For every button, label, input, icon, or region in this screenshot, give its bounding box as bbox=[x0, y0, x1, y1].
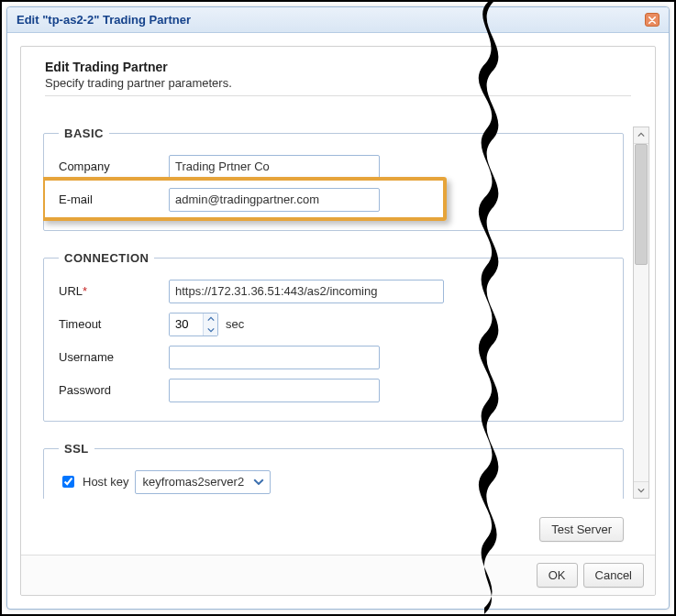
url-input[interactable] bbox=[169, 280, 444, 303]
scrollbar[interactable] bbox=[633, 126, 649, 500]
titlebar: Edit "tp-as2-2" Trading Partner bbox=[7, 7, 669, 33]
required-mark: * bbox=[83, 284, 87, 298]
chevron-up-icon bbox=[637, 131, 645, 138]
dialog-window: Edit "tp-as2-2" Trading Partner Edit Tra… bbox=[6, 6, 670, 610]
timeout-row: Timeout bbox=[59, 313, 608, 336]
dialog-footer: OK Cancel bbox=[21, 555, 655, 595]
ssl-fieldset: SSL Host key keyfromas2server2 bbox=[43, 442, 624, 500]
timeout-label: Timeout bbox=[59, 317, 169, 331]
username-label: Username bbox=[59, 350, 169, 364]
company-input[interactable] bbox=[169, 155, 380, 179]
scrollbar-track[interactable] bbox=[634, 144, 648, 482]
close-icon bbox=[648, 16, 656, 24]
test-server-button[interactable]: Test Server bbox=[539, 517, 624, 542]
form-content: BASIC Company E-mail CONNECTION bbox=[43, 126, 624, 500]
chevron-down-icon bbox=[637, 487, 645, 494]
hostkey-select[interactable]: keyfromas2server2 bbox=[135, 470, 272, 494]
close-button[interactable] bbox=[645, 13, 659, 27]
connection-legend: CONNECTION bbox=[59, 251, 154, 265]
hostkey-label: Host key bbox=[83, 475, 129, 489]
company-label: Company bbox=[59, 160, 169, 173]
page-subtitle: Specify trading partner parameters. bbox=[45, 76, 631, 90]
hostkey-checkbox[interactable] bbox=[62, 476, 74, 488]
hostkey-row: Host key keyfromas2server2 bbox=[59, 470, 608, 494]
email-row: E-mail bbox=[59, 188, 608, 212]
form-header: Edit Trading Partner Specify trading par… bbox=[21, 47, 655, 110]
url-row: URL* bbox=[59, 280, 608, 303]
password-label: Password bbox=[59, 383, 169, 397]
password-input[interactable] bbox=[169, 379, 380, 402]
hostkey-value: keyfromas2server2 bbox=[143, 475, 245, 489]
scrollbar-thumb[interactable] bbox=[635, 144, 648, 266]
username-input[interactable] bbox=[169, 346, 380, 369]
scrollbar-down-button[interactable] bbox=[634, 481, 648, 498]
scroll-region: BASIC Company E-mail CONNECTION bbox=[21, 110, 655, 509]
chevron-down-icon bbox=[207, 327, 215, 333]
test-server-area: Test Server bbox=[21, 508, 655, 555]
connection-fieldset: CONNECTION URL* Timeout bbox=[43, 251, 624, 422]
scrollbar-up-button[interactable] bbox=[634, 127, 648, 144]
email-input[interactable] bbox=[169, 188, 380, 212]
chevron-down-icon bbox=[253, 478, 264, 485]
timeout-unit: sec bbox=[226, 317, 244, 331]
window-title: Edit "tp-as2-2" Trading Partner bbox=[17, 13, 191, 27]
url-label: URL* bbox=[59, 284, 169, 298]
spinner-buttons bbox=[203, 314, 217, 336]
company-row: Company bbox=[59, 155, 608, 179]
page-title: Edit Trading Partner bbox=[45, 60, 631, 74]
cancel-button[interactable]: Cancel bbox=[583, 563, 644, 588]
spinner-down-button[interactable] bbox=[204, 324, 217, 336]
divider bbox=[45, 95, 631, 96]
username-row: Username bbox=[59, 346, 608, 369]
timeout-spinner bbox=[169, 313, 218, 336]
ok-button[interactable]: OK bbox=[537, 563, 578, 588]
timeout-input[interactable] bbox=[170, 314, 203, 336]
dialog-wrapper: Edit "tp-as2-2" Trading Partner Edit Tra… bbox=[0, 0, 676, 616]
inner-panel: Edit Trading Partner Specify trading par… bbox=[20, 46, 656, 596]
basic-fieldset: BASIC Company E-mail bbox=[43, 126, 624, 231]
ssl-legend: SSL bbox=[59, 442, 94, 456]
dropdown-caret bbox=[253, 477, 264, 488]
email-label: E-mail bbox=[59, 192, 169, 206]
basic-legend: BASIC bbox=[59, 126, 109, 140]
spinner-up-button[interactable] bbox=[204, 314, 217, 324]
password-row: Password bbox=[59, 379, 608, 402]
dialog-body: Edit Trading Partner Specify trading par… bbox=[7, 33, 669, 609]
chevron-up-icon bbox=[207, 316, 215, 322]
